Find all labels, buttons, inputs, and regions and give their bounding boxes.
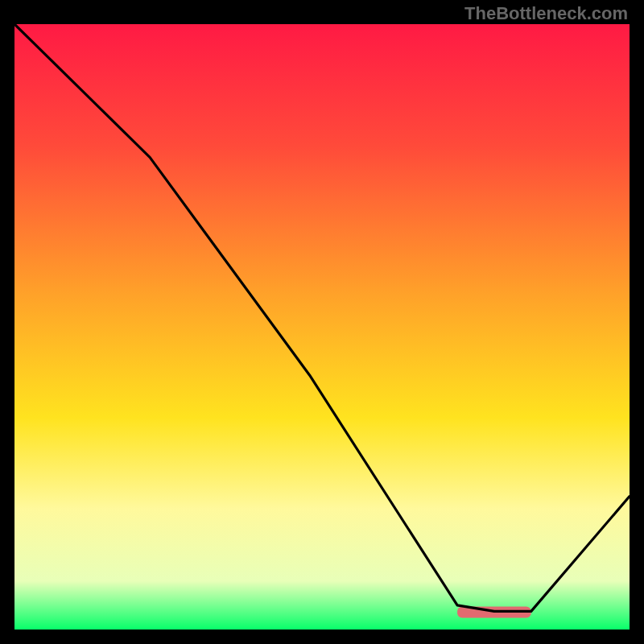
chart-svg <box>14 24 630 630</box>
watermark-text: TheBottleneck.com <box>464 3 628 24</box>
chart-container <box>14 24 630 630</box>
